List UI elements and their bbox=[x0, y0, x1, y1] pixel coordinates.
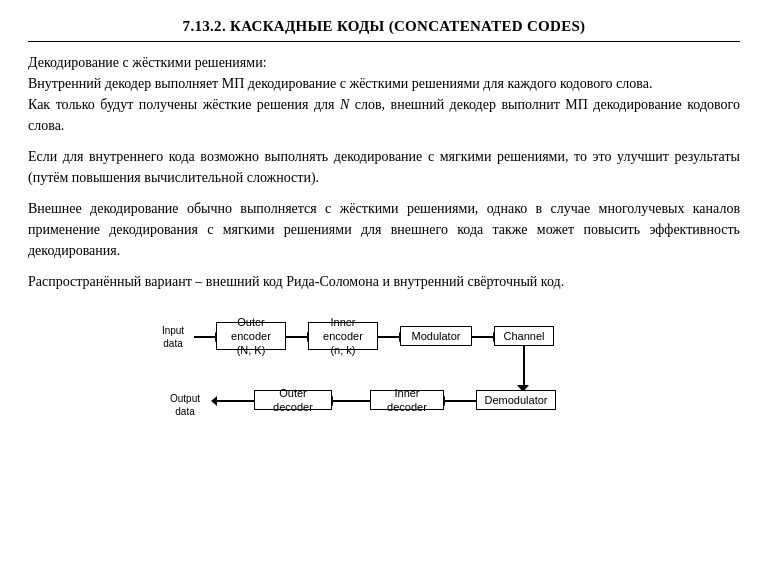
demodulator-label: Demodulator bbox=[485, 393, 548, 407]
outer-decoder-label: Outerdecoder bbox=[273, 386, 313, 415]
modulator-box: Modulator bbox=[400, 326, 472, 346]
input-label: Inputdata bbox=[154, 324, 192, 350]
demodulator-box: Demodulator bbox=[476, 390, 556, 410]
arrow-channel-down bbox=[523, 346, 525, 388]
outer-decoder-box: Outerdecoder bbox=[254, 390, 332, 410]
paragraph-1: Декодирование с жёсткими решениями: Внут… bbox=[28, 52, 740, 136]
inner-decoder-label: Innerdecoder bbox=[387, 386, 427, 415]
main-content: Декодирование с жёсткими решениями: Внут… bbox=[28, 52, 740, 416]
arrow-inner-mod bbox=[378, 336, 400, 338]
outer-encoder-box: Outerencoder(N, K) bbox=[216, 322, 286, 350]
arrow-demod-innerdec bbox=[444, 400, 476, 402]
inner-decoder-box: Innerdecoder bbox=[370, 390, 444, 410]
arrow-input-outer bbox=[194, 336, 216, 338]
diagram-container: Inputdata Outerencoder(N, K) Innerencode… bbox=[28, 306, 740, 416]
arrow-innerdec-outerdec bbox=[332, 400, 370, 402]
inner-encoder-box: Innerencoder(n, k) bbox=[308, 322, 378, 350]
arrow-outerdec-output bbox=[216, 400, 254, 402]
output-label: Outputdata bbox=[154, 392, 216, 418]
channel-box: Channel bbox=[494, 326, 554, 346]
channel-label: Channel bbox=[504, 329, 545, 343]
arrow-outer-inner bbox=[286, 336, 308, 338]
inner-encoder-label: Innerencoder(n, k) bbox=[323, 315, 363, 358]
paragraph-2: Если для внутреннего кода возможно выпол… bbox=[28, 146, 740, 188]
paragraph-4: Распространённый вариант – внешний код Р… bbox=[28, 271, 740, 292]
arrow-mod-channel bbox=[472, 336, 494, 338]
block-diagram: Inputdata Outerencoder(N, K) Innerencode… bbox=[154, 306, 614, 416]
page-title: 7.13.2. КАСКАДНЫЕ КОДЫ (CONCATENATED COD… bbox=[28, 18, 740, 42]
modulator-label: Modulator bbox=[412, 329, 461, 343]
paragraph-3: Внешнее декодирование обычно выполняется… bbox=[28, 198, 740, 261]
outer-encoder-label: Outerencoder(N, K) bbox=[231, 315, 271, 358]
